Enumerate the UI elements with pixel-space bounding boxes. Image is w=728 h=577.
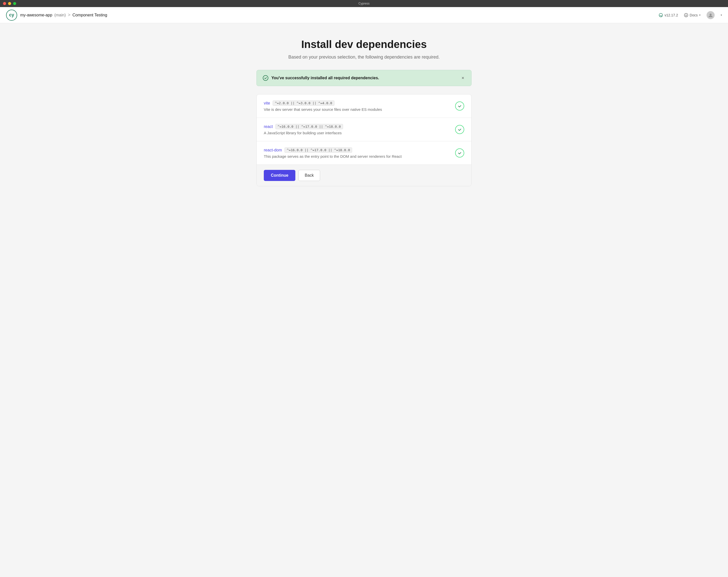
dep-description-react-dom: This package serves as the entry point t… [264,154,450,158]
title-bar: Cypress [0,0,728,7]
dep-name-row-react-dom: react-dom ^=16.0.0 || ^=17.0.0 || ^=18.0… [264,148,450,153]
dependencies-list: vite ^=2.0.0 || ^=3.0.0 || ^=4.0.0 Vite … [257,95,471,164]
dep-version-react: ^=16.0.0 || ^=17.0.0 || ^=18.0.0 [276,124,343,129]
dep-name-react: react [264,125,273,129]
breadcrumb: my-awesome-app (main) > Component Testin… [20,12,107,18]
breadcrumb-separator: > [68,12,71,18]
breadcrumb-current-page: Component Testing [73,13,107,18]
cypress-icon: cy [659,13,663,17]
minimize-traffic-light[interactable] [8,2,11,5]
page-title: Install dev dependencies [257,38,471,51]
avatar-icon [708,12,713,18]
dep-info-vite: vite ^=2.0.0 || ^=3.0.0 || ^=4.0.0 Vite … [264,101,450,111]
close-traffic-light[interactable] [3,2,6,5]
dep-version-vite: ^=2.0.0 || ^=3.0.0 || ^=4.0.0 [272,101,335,106]
avatar-chevron: ▾ [721,14,722,17]
docs-chevron: ▾ [699,14,701,17]
success-check-icon [263,75,268,81]
dep-description-react: A JavaScript library for building user i… [264,131,450,135]
dep-check-vite [455,102,464,110]
docs-button[interactable]: ⚙ Docs ▾ [684,13,701,17]
dep-item-react: react ^=16.0.0 || ^=17.0.0 || ^=18.0.0 A… [257,118,471,141]
dep-version-react-dom: ^=16.0.0 || ^=17.0.0 || ^=18.0.0 [285,148,352,153]
version-text: v12.17.2 [665,13,678,17]
version-info: cy v12.17.2 [659,13,678,17]
maximize-traffic-light[interactable] [13,2,16,5]
user-avatar[interactable] [706,11,714,19]
dep-name-row-react: react ^=16.0.0 || ^=17.0.0 || ^=18.0.0 [264,124,450,129]
close-banner-button[interactable]: × [461,75,465,81]
traffic-lights [3,2,16,5]
main-content: Install dev dependencies Based on your p… [251,23,477,196]
continue-button[interactable]: Continue [264,170,295,181]
cy-logo[interactable]: cy [6,9,17,21]
nav-bar: cy my-awesome-app (main) > Component Tes… [0,7,728,23]
svg-text:cy: cy [660,15,662,17]
dep-check-react [455,125,464,134]
dep-name-row-vite: vite ^=2.0.0 || ^=3.0.0 || ^=4.0.0 [264,101,450,106]
success-message: You've successfully installed all requir… [271,76,379,80]
dep-item-vite: vite ^=2.0.0 || ^=3.0.0 || ^=4.0.0 Vite … [257,95,471,118]
dependencies-card: vite ^=2.0.0 || ^=3.0.0 || ^=4.0.0 Vite … [257,94,471,186]
breadcrumb-app-name: my-awesome-app [20,13,52,18]
dep-name-react-dom: react-dom [264,148,282,153]
nav-right: cy v12.17.2 ⚙ Docs ▾ ▾ [659,11,722,19]
title-bar-text: Cypress [359,2,369,5]
success-banner-content: You've successfully installed all requir… [263,75,379,81]
breadcrumb-branch: (main) [54,13,66,18]
dep-item-react-dom: react-dom ^=16.0.0 || ^=17.0.0 || ^=18.0… [257,141,471,164]
docs-label: Docs [690,13,698,17]
dep-name-vite: vite [264,101,270,105]
card-footer: Continue Back [257,164,471,186]
dep-check-react-dom [455,149,464,157]
dep-info-react-dom: react-dom ^=16.0.0 || ^=17.0.0 || ^=18.0… [264,148,450,158]
back-button[interactable]: Back [298,170,320,181]
nav-left: cy my-awesome-app (main) > Component Tes… [6,9,107,21]
page-subtitle: Based on your previous selection, the fo… [257,54,471,60]
success-banner: You've successfully installed all requir… [257,70,471,86]
svg-text:⚙: ⚙ [685,14,687,17]
docs-icon: ⚙ [684,13,688,17]
dep-info-react: react ^=16.0.0 || ^=17.0.0 || ^=18.0.0 A… [264,124,450,135]
svg-point-4 [709,14,711,16]
dep-description-vite: Vite is dev server that serves your sour… [264,107,450,111]
